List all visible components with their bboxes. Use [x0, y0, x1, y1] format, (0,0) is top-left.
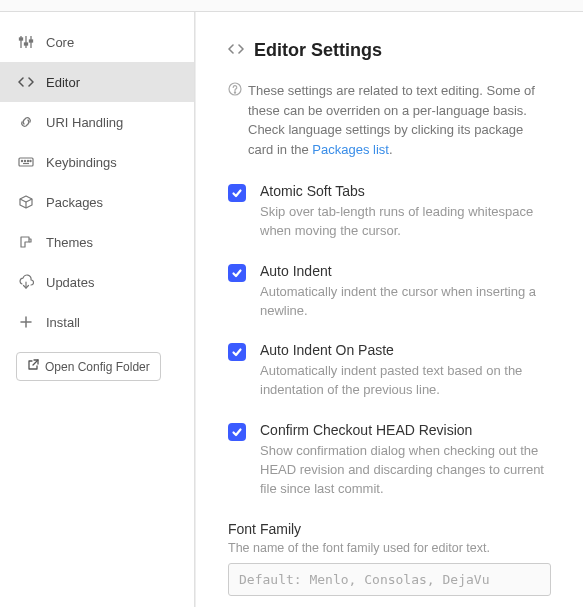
sidebar-item-updates[interactable]: Updates: [0, 262, 194, 302]
svg-point-7: [21, 160, 22, 161]
setting-desc: Show confirmation dialog when checking o…: [260, 442, 551, 499]
setting-label: Auto Indent: [260, 263, 551, 279]
sidebar-item-install[interactable]: Install: [0, 302, 194, 342]
keyboard-icon: [18, 154, 34, 170]
checkbox-auto-indent-on-paste[interactable]: [228, 343, 246, 361]
setting-label: Confirm Checkout HEAD Revision: [260, 422, 551, 438]
font-family-input[interactable]: [228, 563, 551, 596]
svg-point-18: [234, 92, 235, 93]
sidebar-item-core[interactable]: Core: [0, 22, 194, 62]
field-label: Font Family: [228, 521, 551, 537]
sidebar-item-label: Editor: [46, 75, 80, 90]
settings-description: These settings are related to text editi…: [228, 81, 551, 159]
setting-desc: Automatically indent the cursor when ins…: [260, 283, 551, 321]
sidebar-item-keybindings[interactable]: Keybindings: [0, 142, 194, 182]
setting-auto-indent-on-paste: Auto Indent On Paste Automatically inden…: [228, 342, 551, 400]
svg-point-10: [30, 160, 31, 161]
setting-desc: Skip over tab-length runs of leading whi…: [260, 203, 551, 241]
sliders-icon: [18, 34, 34, 50]
svg-rect-4: [25, 43, 28, 45]
sidebar-item-themes[interactable]: Themes: [0, 222, 194, 262]
cloud-download-icon: [18, 274, 34, 290]
setting-font-family: Font Family The name of the font family …: [228, 521, 551, 596]
svg-point-9: [27, 160, 28, 161]
packages-list-link[interactable]: Packages list: [312, 142, 389, 157]
setting-auto-indent: Auto Indent Automatically indent the cur…: [228, 263, 551, 321]
package-icon: [18, 194, 34, 210]
checkbox-confirm-checkout-head[interactable]: [228, 423, 246, 441]
plus-icon: [18, 314, 34, 330]
sidebar-item-label: Themes: [46, 235, 93, 250]
paint-icon: [18, 234, 34, 250]
sidebar-item-label: Install: [46, 315, 80, 330]
field-desc: The name of the font family used for edi…: [228, 541, 551, 555]
svg-line-16: [33, 360, 38, 365]
sidebar-item-label: Core: [46, 35, 74, 50]
setting-label: Auto Indent On Paste: [260, 342, 551, 358]
setting-atomic-soft-tabs: Atomic Soft Tabs Skip over tab-length ru…: [228, 183, 551, 241]
setting-label: Atomic Soft Tabs: [260, 183, 551, 199]
sidebar-item-label: URI Handling: [46, 115, 123, 130]
sidebar-item-uri-handling[interactable]: URI Handling: [0, 102, 194, 142]
sidebar-item-editor[interactable]: Editor: [0, 62, 194, 102]
checkbox-atomic-soft-tabs[interactable]: [228, 184, 246, 202]
page-title: Editor Settings: [254, 40, 382, 61]
main-header: Editor Settings: [228, 40, 551, 61]
sidebar-item-label: Keybindings: [46, 155, 117, 170]
top-bar: [0, 0, 583, 12]
settings-container: Core Editor URI Handling: [0, 12, 583, 607]
setting-desc: Automatically indent pasted text based o…: [260, 362, 551, 400]
svg-rect-3: [20, 38, 23, 40]
sidebar-item-packages[interactable]: Packages: [0, 182, 194, 222]
setting-confirm-checkout-head: Confirm Checkout HEAD Revision Show conf…: [228, 422, 551, 499]
sidebar: Core Editor URI Handling: [0, 12, 195, 607]
svg-rect-5: [30, 40, 33, 42]
checkbox-auto-indent[interactable]: [228, 264, 246, 282]
config-button-label: Open Config Folder: [45, 360, 150, 374]
help-icon: [228, 82, 242, 102]
code-icon: [228, 41, 244, 60]
sidebar-list: Core Editor URI Handling: [0, 12, 194, 342]
sidebar-item-label: Packages: [46, 195, 103, 210]
code-icon: [18, 74, 34, 90]
external-link-icon: [27, 359, 39, 374]
open-config-folder-button[interactable]: Open Config Folder: [16, 352, 161, 381]
sidebar-item-label: Updates: [46, 275, 94, 290]
link-icon: [18, 114, 34, 130]
main-panel: Editor Settings These settings are relat…: [195, 12, 583, 607]
svg-point-8: [24, 160, 25, 161]
description-suffix: .: [389, 142, 393, 157]
